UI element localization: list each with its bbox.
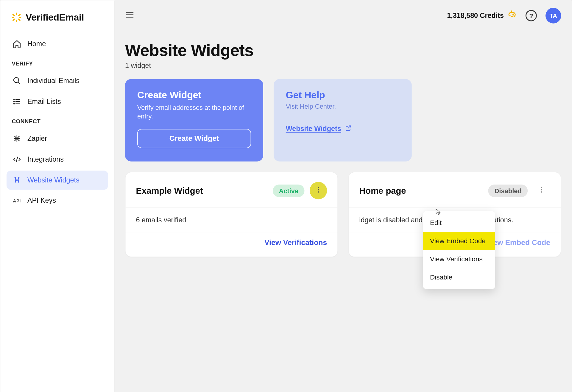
nav-section-connect: CONNECT: [7, 112, 108, 128]
code-icon: [13, 155, 21, 164]
help-button[interactable]: ?: [526, 10, 537, 21]
nav-home[interactable]: Home: [7, 34, 108, 53]
main-content: 1,318,580 Credits ? TA Website Widgets 1…: [115, 0, 571, 392]
nav-section-verify: VERIFY: [7, 54, 108, 70]
home-icon: [13, 40, 21, 48]
question-icon: ?: [529, 12, 533, 19]
svg-point-28: [318, 191, 319, 193]
create-widget-desc: Verify email addresses at the point of e…: [137, 103, 251, 121]
widget-actions-menu: Edit View Embed Code View Verifications …: [423, 211, 495, 289]
svg-point-26: [318, 187, 319, 188]
api-icon: API: [13, 198, 21, 203]
nav-website-widgets[interactable]: Website Widgets: [7, 171, 108, 190]
nav-home-label: Home: [27, 40, 46, 48]
zapier-icon: [13, 134, 21, 143]
help-link-text: Website Widgets: [286, 125, 341, 133]
topbar: 1,318,580 Credits ? TA: [115, 0, 571, 31]
menu-edit[interactable]: Edit: [423, 214, 495, 232]
menu-disable[interactable]: Disable: [423, 268, 495, 286]
svg-point-13: [14, 99, 14, 100]
list-icon: [13, 97, 21, 106]
nav-website-widgets-label: Website Widgets: [27, 176, 80, 184]
view-verifications-link[interactable]: View Verifications: [264, 238, 327, 247]
get-help-card: Get Help Visit Help Center. Website Widg…: [274, 79, 412, 161]
help-center-link[interactable]: Website Widgets: [286, 125, 352, 133]
svg-point-27: [318, 189, 319, 190]
widget-card: Example Widget Active 6 emails verified …: [125, 172, 338, 257]
nav-api-keys[interactable]: API API Keys: [7, 191, 108, 210]
svg-line-6: [13, 19, 15, 21]
page-title: Website Widgets: [125, 41, 561, 60]
nav-integrations[interactable]: Integrations: [7, 150, 108, 169]
svg-point-30: [541, 189, 542, 190]
svg-point-25: [513, 14, 514, 15]
svg-point-8: [14, 77, 19, 82]
nav-zapier-label: Zapier: [27, 135, 47, 142]
more-vertical-icon: [538, 186, 545, 195]
menu-toggle-icon[interactable]: [125, 10, 135, 21]
svg-line-20: [16, 157, 18, 162]
credits-text: 1,318,580 Credits: [447, 12, 504, 19]
nav-individual-emails[interactable]: Individual Emails: [7, 71, 108, 90]
create-widget-card: Create Widget Verify email addresses at …: [125, 79, 263, 161]
avatar-initials: TA: [549, 12, 557, 19]
external-link-icon: [345, 125, 352, 133]
nav-email-lists[interactable]: Email Lists: [7, 92, 108, 111]
search-icon: [13, 76, 21, 85]
nav-zapier[interactable]: Zapier: [7, 129, 108, 148]
widget-menu-button[interactable]: [533, 182, 550, 199]
nav-email-lists-label: Email Lists: [27, 98, 61, 105]
status-badge: Active: [273, 184, 305, 197]
view-embed-code-link[interactable]: View Embed Code: [487, 238, 551, 247]
widget-name: Home page: [359, 186, 406, 196]
nav-individual-emails-label: Individual Emails: [27, 77, 80, 85]
nav-api-keys-label: API Keys: [27, 197, 56, 204]
menu-view-verifications[interactable]: View Verifications: [423, 250, 495, 268]
widget-body-text: 6 emails verified: [126, 207, 338, 233]
status-badge: Disabled: [488, 184, 528, 197]
get-help-title: Get Help: [286, 89, 400, 101]
create-widget-title: Create Widget: [137, 89, 251, 101]
menu-view-embed-code[interactable]: View Embed Code: [423, 232, 495, 250]
sidebar: VerifiedEmail Home VERIFY Individual Ema…: [0, 0, 115, 392]
page-header: Website Widgets 1 widget: [115, 31, 571, 75]
svg-line-3: [18, 19, 20, 21]
credits-display[interactable]: 1,318,580 Credits: [447, 10, 517, 21]
widget-name: Example Widget: [136, 186, 203, 196]
svg-point-29: [541, 187, 542, 188]
piggy-bank-icon: [507, 10, 517, 21]
get-help-desc: Visit Help Center.: [286, 102, 400, 110]
svg-point-21: [16, 180, 17, 181]
more-vertical-icon: [314, 186, 322, 195]
create-widget-button[interactable]: Create Widget: [137, 129, 251, 148]
svg-point-15: [14, 103, 14, 104]
user-avatar[interactable]: TA: [545, 8, 561, 24]
page-subtitle: 1 widget: [125, 62, 561, 69]
svg-line-2: [13, 14, 15, 16]
app-name: VerifiedEmail: [26, 12, 84, 23]
svg-line-9: [18, 82, 20, 84]
widget-menu-button[interactable]: [310, 182, 327, 199]
logo-mark-icon: [11, 12, 22, 23]
svg-line-7: [18, 14, 20, 16]
widget-icon: [13, 176, 21, 185]
svg-point-31: [541, 191, 542, 193]
app-logo[interactable]: VerifiedEmail: [7, 9, 108, 34]
nav-integrations-label: Integrations: [27, 155, 64, 163]
svg-point-14: [14, 101, 14, 102]
